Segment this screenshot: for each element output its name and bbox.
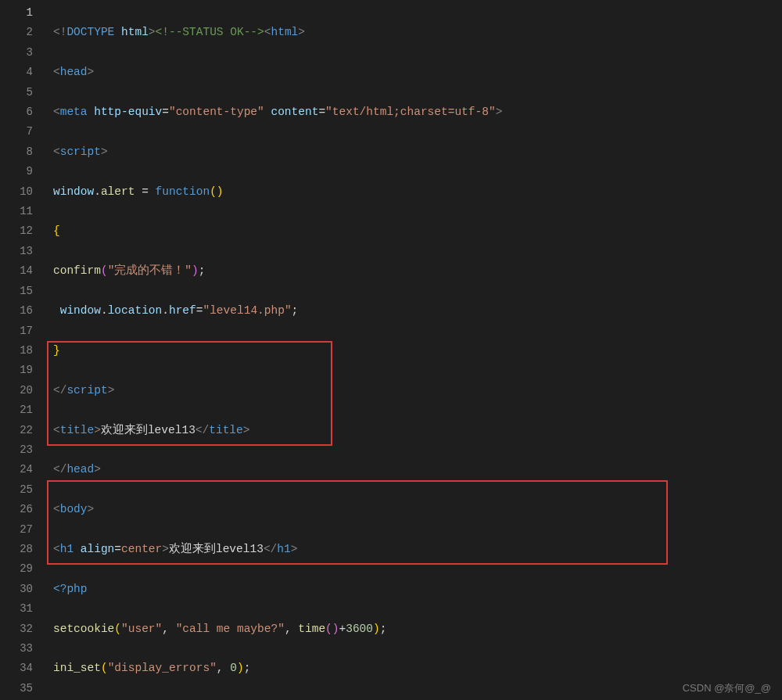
line-number: 22 (0, 421, 33, 440)
code-line[interactable]: <h1 align=center>欢迎来到level13</h1> (53, 540, 782, 559)
line-number: 12 (0, 221, 33, 241)
code-line[interactable]: <meta http-equiv="content-type" content=… (53, 102, 782, 122)
code-line[interactable]: <!DOCTYPE html><!--STATUS OK--><html> (53, 23, 782, 42)
line-number: 30 (0, 580, 33, 599)
code-line[interactable]: } (53, 341, 782, 361)
line-number: 32 (0, 619, 33, 639)
line-number: 28 (0, 540, 33, 559)
line-number: 20 (0, 381, 33, 400)
code-line[interactable]: <script> (53, 142, 782, 162)
line-number: 15 (0, 282, 33, 301)
code-line[interactable]: <title>欢迎来到level13</title> (53, 421, 782, 440)
line-number: 25 (0, 480, 33, 500)
line-number: 7 (0, 122, 33, 142)
line-number: 35 (0, 679, 33, 698)
line-number: 3 (0, 43, 33, 63)
line-number: 34 (0, 659, 33, 678)
line-number: 9 (0, 162, 33, 181)
code-line[interactable]: <head> (53, 63, 782, 82)
code-line[interactable]: { (53, 221, 782, 241)
line-number: 5 (0, 83, 33, 102)
watermark-text: CSDN @奈何@_@ (683, 681, 771, 695)
line-number: 6 (0, 102, 33, 122)
code-line[interactable]: ini_set("display_errors", 0); (53, 659, 782, 678)
code-line[interactable]: <body> (53, 500, 782, 519)
code-line[interactable]: setcookie("user", "call me maybe?", time… (53, 619, 782, 639)
line-number: 31 (0, 599, 33, 619)
line-number: 16 (0, 301, 33, 321)
line-number: 14 (0, 261, 33, 281)
line-number: 17 (0, 321, 33, 341)
line-number: 1 (0, 3, 33, 23)
line-number: 29 (0, 559, 33, 579)
line-number: 11 (0, 202, 33, 221)
line-number: 2 (0, 23, 33, 42)
line-number: 18 (0, 341, 33, 361)
line-number-gutter: 1 2 3 4 5 6 7 8 9 10 11 12 13 14 15 16 1… (0, 0, 47, 700)
line-number: 10 (0, 182, 33, 202)
line-number: 33 (0, 639, 33, 659)
line-number: 23 (0, 440, 33, 460)
line-number: 26 (0, 500, 33, 519)
line-number: 27 (0, 520, 33, 540)
code-line[interactable]: window.location.href="level14.php"; (53, 301, 782, 321)
line-number: 19 (0, 361, 33, 380)
line-number: 24 (0, 460, 33, 479)
line-number: 4 (0, 63, 33, 82)
line-number: 8 (0, 142, 33, 162)
code-line[interactable]: </script> (53, 381, 782, 400)
code-line[interactable]: window.alert = function() (53, 182, 782, 202)
code-line[interactable]: <?php (53, 580, 782, 599)
line-number: 13 (0, 242, 33, 261)
code-line[interactable]: confirm("完成的不错！"); (53, 261, 782, 281)
code-line[interactable]: </head> (53, 460, 782, 479)
code-editor[interactable]: <!DOCTYPE html><!--STATUS OK--><html> <h… (47, 0, 782, 700)
line-number: 21 (0, 400, 33, 420)
